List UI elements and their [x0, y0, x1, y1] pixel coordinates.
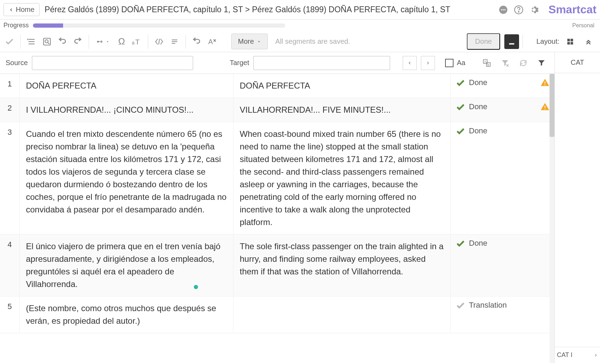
collapse-icon[interactable] — [581, 34, 596, 49]
table-row[interactable]: 4El único viajero de primera que en el t… — [0, 234, 554, 296]
change-case-icon[interactable]: aT — [130, 34, 144, 49]
undo-icon[interactable] — [55, 34, 70, 49]
side-bottom-tab[interactable]: CAT I — [555, 347, 600, 363]
target-cell[interactable]: When coast-bound mixed train number 65 (… — [233, 122, 451, 234]
svg-rect-37 — [545, 106, 545, 108]
segment-number: 5 — [0, 296, 20, 333]
layout-label: Layout: — [536, 37, 559, 46]
check-icon — [456, 301, 465, 310]
chat-icon[interactable] — [498, 5, 509, 15]
status-cell: Translation — [451, 296, 554, 333]
tab-cat[interactable]: CAT — [555, 52, 600, 73]
breadcrumb: Pérez Galdós (1899) DOÑA PERFECTA, capít… — [45, 5, 498, 14]
download-icon — [508, 38, 516, 46]
source-cell[interactable]: DOÑA PERFECTA — [20, 74, 233, 98]
table-row[interactable]: 2I VILLAHORRENDA!... ¡CINCO MINUTOS!...V… — [0, 98, 554, 122]
replace-icon[interactable]: AB — [479, 56, 494, 70]
check-icon — [456, 102, 465, 112]
done-button[interactable]: Done — [467, 33, 500, 50]
status-label: Done — [469, 126, 488, 135]
svg-text:A: A — [484, 59, 486, 63]
clear-format-icon[interactable] — [167, 34, 182, 49]
svg-rect-36 — [545, 84, 545, 85]
table-row[interactable]: 1DOÑA PERFECTADOÑA PERFECTADone — [0, 74, 554, 98]
download-button[interactable] — [504, 34, 519, 49]
svg-marker-24 — [258, 41, 260, 42]
source-filter-label: Source — [6, 59, 28, 67]
copy-source-icon[interactable] — [93, 34, 114, 49]
more-button[interactable]: More — [231, 34, 268, 49]
refresh-icon[interactable] — [516, 56, 531, 70]
table-row[interactable]: 3Cuando el tren mixto descendente número… — [0, 122, 554, 234]
segment-number: 2 — [0, 98, 20, 122]
progress-fill — [33, 23, 63, 28]
svg-rect-38 — [545, 108, 545, 109]
tag-icon[interactable] — [152, 34, 166, 49]
warning-icon[interactable] — [540, 102, 550, 111]
separator — [148, 35, 148, 49]
svg-rect-9 — [43, 38, 50, 45]
svg-point-10 — [45, 40, 48, 43]
svg-point-12 — [97, 41, 98, 42]
layout-grid-icon[interactable] — [563, 34, 578, 49]
svg-rect-25 — [567, 38, 570, 41]
target-cell[interactable]: VILLAHORRENDA!... FIVE MINUTES!... — [233, 98, 451, 122]
redo-icon[interactable] — [70, 34, 85, 49]
target-cell[interactable]: The sole first-class passenger on the tr… — [233, 234, 451, 296]
target-filter-label: Target — [230, 59, 249, 67]
prev-match-button[interactable] — [403, 56, 417, 70]
chevron-right-icon — [594, 353, 598, 357]
source-cell[interactable]: I VILLAHORRENDA!... ¡CINCO MINUTOS!... — [20, 98, 233, 122]
next-match-button[interactable] — [421, 56, 435, 70]
svg-point-1 — [501, 9, 503, 10]
svg-line-17 — [159, 39, 159, 44]
concordance-icon[interactable] — [40, 34, 54, 49]
layout-tools: Layout: — [536, 34, 598, 49]
target-cell[interactable] — [233, 296, 451, 333]
svg-line-11 — [48, 42, 49, 44]
table-row[interactable]: 5(Este nombre, como otros muchos que des… — [0, 296, 554, 333]
progress-label: Progress — [4, 22, 29, 29]
target-cell[interactable]: DOÑA PERFECTA — [233, 74, 451, 98]
home-button[interactable]: Home — [4, 3, 40, 16]
status-label: Done — [469, 78, 488, 87]
separator — [89, 35, 89, 49]
gear-icon[interactable] — [529, 5, 539, 15]
special-char-icon[interactable]: Ω — [114, 34, 129, 49]
revert-icon[interactable] — [189, 34, 204, 49]
segment-number: 3 — [0, 122, 20, 234]
confirm-icon[interactable] — [2, 34, 17, 49]
repetition-indicator-icon — [194, 285, 198, 289]
status-cell: Done — [451, 98, 554, 122]
progress-bar — [33, 23, 285, 28]
header-bar: Home Pérez Galdós (1899) DOÑA PERFECTA, … — [0, 0, 600, 20]
scrollbar-thumb[interactable] — [550, 74, 554, 137]
status-label: Translation — [469, 301, 507, 310]
progress-row: Progress Personal — [0, 20, 600, 31]
status-cell: Done — [451, 234, 554, 296]
clear-target-icon[interactable]: A — [205, 34, 219, 49]
status-cell: Done — [451, 74, 554, 98]
svg-rect-26 — [571, 38, 573, 41]
filter-icons: Aa AB — [445, 56, 549, 70]
status-cell: Done — [451, 122, 554, 234]
source-cell[interactable]: (Este nombre, como otros muchos que desp… — [20, 296, 233, 333]
toolbar: Ω aT A More All segments are saved. Done… — [0, 31, 600, 52]
go-to-segment-icon[interactable] — [24, 34, 39, 49]
help-icon[interactable] — [513, 5, 524, 15]
scrollbar-track[interactable] — [550, 74, 554, 363]
clear-filter-icon[interactable] — [498, 56, 512, 70]
svg-marker-14 — [107, 41, 109, 42]
target-filter-input[interactable] — [253, 56, 390, 70]
svg-text:A: A — [208, 37, 213, 45]
source-filter-input[interactable] — [32, 56, 193, 70]
separator — [20, 35, 21, 49]
chevron-left-icon — [407, 61, 412, 65]
case-checkbox[interactable] — [445, 59, 454, 67]
warning-icon[interactable] — [540, 78, 550, 87]
svg-point-2 — [503, 9, 504, 10]
source-cell[interactable]: El único viajero de primera que en el tr… — [20, 234, 233, 296]
filter-icon[interactable] — [534, 56, 549, 70]
svg-rect-35 — [545, 82, 545, 84]
source-cell[interactable]: Cuando el tren mixto descendente número … — [20, 122, 233, 234]
